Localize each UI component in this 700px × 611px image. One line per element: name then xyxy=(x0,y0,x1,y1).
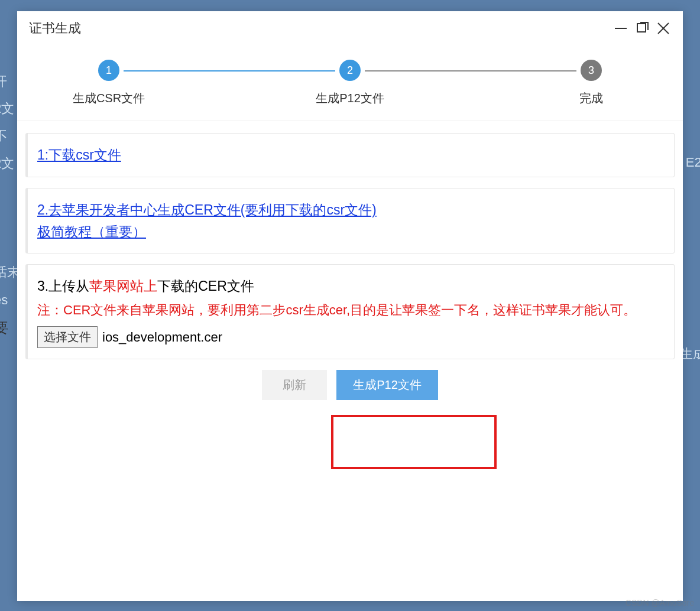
apple-dev-center-link[interactable]: 2.去苹果开发者中心生成CER文件(要利用下载的csr文件) xyxy=(37,202,377,217)
download-csr-link[interactable]: 1:下载csr文件 xyxy=(37,147,121,162)
step3-title-suffix: 下载的CER文件 xyxy=(157,278,254,294)
generate-p12-button[interactable]: 生成P12文件 xyxy=(336,370,438,400)
step-1: 1 生成CSR文件 xyxy=(94,60,124,106)
minimize-icon xyxy=(614,21,628,35)
step3-card: 3.上传从苹果网站上下载的CER文件 注：CER文件来自苹果网站，要利用第二步c… xyxy=(25,264,675,359)
step-1-circle: 1 xyxy=(98,60,119,81)
close-button[interactable] xyxy=(656,21,671,36)
step-3-circle: 3 xyxy=(581,60,602,81)
step2-card: 2.去苹果开发者中心生成CER文件(要利用下载的csr文件) 极简教程（重要） xyxy=(25,188,675,254)
step3-title-highlight: 苹果网站上 xyxy=(89,278,157,294)
step-3-label: 完成 xyxy=(579,90,603,106)
step3-title: 3.上传从苹果网站上下载的CER文件 xyxy=(37,275,665,297)
maximize-button[interactable] xyxy=(634,21,650,36)
step1-card: 1:下载csr文件 xyxy=(25,133,675,177)
close-icon xyxy=(656,21,670,35)
choose-file-button[interactable]: 选择文件 xyxy=(37,326,98,348)
steps-bar: 1 生成CSR文件 2 生成P12文件 3 完成 xyxy=(17,43,683,121)
step3-note: 注：CER文件来自苹果网站，要利用第二步csr生成cer,目的是让苹果签一下名，… xyxy=(37,300,665,320)
step-line-2-3 xyxy=(365,70,576,72)
step-2: 2 生成P12文件 xyxy=(335,60,365,106)
tutorial-link[interactable]: 极简教程（重要） xyxy=(37,224,146,239)
refresh-button[interactable]: 刷新 xyxy=(262,370,327,400)
step3-title-prefix: 3.上传从 xyxy=(37,278,89,294)
action-buttons: 刷新 生成P12文件 xyxy=(25,370,675,400)
dialog-content: 1:下载csr文件 2.去苹果开发者中心生成CER文件(要利用下载的csr文件)… xyxy=(17,121,683,412)
maximize-icon xyxy=(635,21,649,35)
selected-file-name: ios_development.cer xyxy=(102,327,222,347)
step-line-1-2 xyxy=(124,70,335,72)
step-2-label: 生成P12文件 xyxy=(316,90,384,106)
minimize-button[interactable] xyxy=(613,21,628,36)
dialog-titlebar: 证书生成 xyxy=(17,11,683,43)
background-text-bottom: 要 xyxy=(0,313,8,343)
step-1-label: 生成CSR文件 xyxy=(73,90,145,106)
background-text-right: E2- 生成 xyxy=(680,95,700,368)
svg-rect-1 xyxy=(637,24,646,32)
step-2-circle: 2 xyxy=(339,60,361,81)
certificate-dialog: 证书生成 1 生成CSR文件 2 生成P12文件 3 完成 xyxy=(17,11,683,601)
watermark-text: CSDN @AmoSore xyxy=(626,598,694,607)
step-3: 3 完成 xyxy=(576,60,606,106)
dialog-title: 证书生成 xyxy=(29,20,607,37)
file-upload-row: 选择文件 ios_development.cer xyxy=(37,326,665,348)
